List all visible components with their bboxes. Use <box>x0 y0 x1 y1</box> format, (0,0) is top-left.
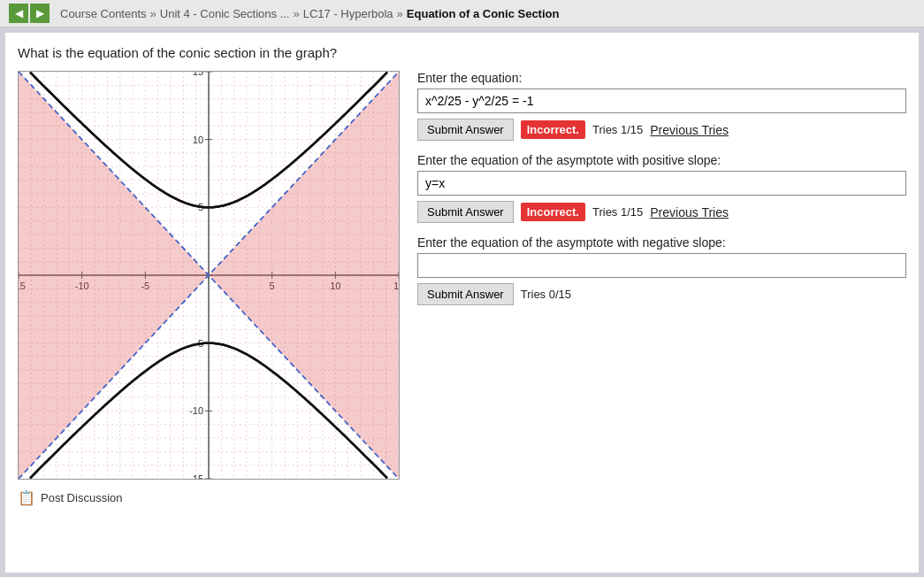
asymptote-pos-submit-button[interactable]: Submit Answer <box>417 201 514 223</box>
breadcrumb-sep2: » <box>293 7 299 20</box>
post-discussion-label: Post Discussion <box>41 491 122 504</box>
asymptote-neg-answer-row: Submit Answer Tries 0/15 <box>417 283 906 305</box>
nav-forward-button[interactable]: ▶ <box>30 4 50 23</box>
post-discussion-icon: 📋 <box>18 489 35 506</box>
breadcrumb-part1[interactable]: Course Contents <box>60 7 147 20</box>
breadcrumb-sep3: » <box>397 7 403 20</box>
asymptote-pos-prev-tries-link[interactable]: Previous Tries <box>650 205 729 219</box>
main-content: What is the equation of the conic sectio… <box>5 33 919 573</box>
equation-answer-row: Submit Answer Incorrect. Tries 1/15 Prev… <box>417 119 906 141</box>
equation-input[interactable] <box>417 88 906 113</box>
equation-section: Enter the equation: Submit Answer Incorr… <box>417 71 906 144</box>
asymptote-pos-tries: Tries 1/15 <box>592 205 643 219</box>
asymptote-neg-section: Enter the equation of the asymptote with… <box>417 235 906 309</box>
nav-arrows: ◀ ▶ <box>9 4 50 23</box>
equation-prev-tries-link[interactable]: Previous Tries <box>650 123 729 137</box>
breadcrumb-bar: ◀ ▶ Course Contents » Unit 4 - Conic Sec… <box>0 0 924 27</box>
asymptote-neg-input[interactable] <box>417 253 906 278</box>
asymptote-neg-label: Enter the equation of the asymptote with… <box>417 235 906 250</box>
right-panel: Enter the equation: Submit Answer Incorr… <box>417 71 906 506</box>
breadcrumb-sep1: » <box>150 7 157 20</box>
breadcrumb-part3[interactable]: LC17 - Hyperbola <box>303 7 393 20</box>
breadcrumb-part2[interactable]: Unit 4 - Conic Sections ... <box>160 7 290 20</box>
asymptote-pos-input[interactable] <box>417 171 906 196</box>
asymptote-pos-section: Enter the equation of the asymptote with… <box>417 153 906 227</box>
nav-back-button[interactable]: ◀ <box>9 4 28 23</box>
graph-canvas <box>18 71 400 480</box>
equation-label: Enter the equation: <box>417 71 906 85</box>
asymptote-pos-answer-row: Submit Answer Incorrect. Tries 1/15 Prev… <box>417 201 906 223</box>
breadcrumb-current: Equation of a Conic Section <box>407 7 560 20</box>
content-area: 📋 Post Discussion Enter the equation: Su… <box>18 71 906 506</box>
equation-submit-button[interactable]: Submit Answer <box>417 119 514 141</box>
equation-tries: Tries 1/15 <box>592 123 643 136</box>
post-discussion-button[interactable]: 📋 Post Discussion <box>18 489 400 506</box>
asymptote-pos-incorrect-badge: Incorrect. <box>521 203 585 221</box>
graph-container: 📋 Post Discussion <box>18 71 400 506</box>
equation-incorrect-badge: Incorrect. <box>521 120 585 139</box>
asymptote-pos-label: Enter the equation of the asymptote with… <box>417 153 906 167</box>
question-text: What is the equation of the conic sectio… <box>18 45 906 60</box>
asymptote-neg-tries: Tries 0/15 <box>521 288 571 301</box>
asymptote-neg-submit-button[interactable]: Submit Answer <box>417 283 514 305</box>
